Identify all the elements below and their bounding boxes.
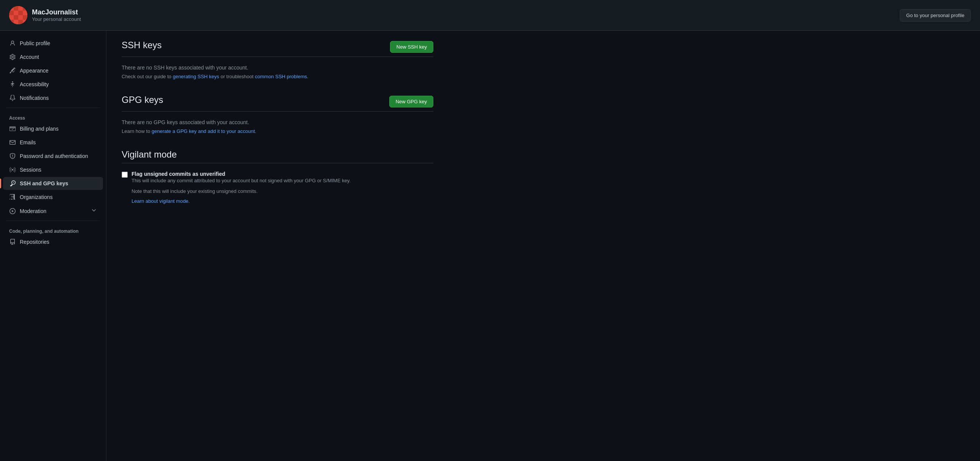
gpg-help-prefix: Learn how to <box>122 128 152 134</box>
vigilant-mode-label-content: Flag unsigned commits as unverified This… <box>132 171 350 204</box>
svg-rect-14 <box>14 20 18 24</box>
sidebar-divider-2 <box>6 221 100 221</box>
ssh-keys-title: SSH keys <box>122 40 162 51</box>
ssh-keys-help-text: Check out our guide to generating SSH ke… <box>122 74 433 79</box>
vigilant-mode-section: Vigilant mode Flag unsigned commits as u… <box>122 149 433 204</box>
broadcast-icon <box>9 166 16 173</box>
paintbrush-icon <box>9 67 16 74</box>
avatar-image <box>9 6 27 24</box>
key-icon <box>9 180 16 187</box>
vigilant-mode-checkbox[interactable] <box>122 172 128 178</box>
sidebar-item-organizations[interactable]: Organizations <box>3 191 103 204</box>
accessibility-icon <box>9 81 16 88</box>
ssh-help-prefix: Check out our guide to <box>122 74 173 79</box>
gear-icon <box>9 54 16 60</box>
sidebar-item-moderation[interactable]: Moderation <box>3 204 103 218</box>
svg-rect-6 <box>14 11 18 15</box>
sidebar-item-accessibility[interactable]: Accessibility <box>3 78 103 91</box>
svg-rect-8 <box>23 11 27 15</box>
gpg-keys-title: GPG keys <box>122 95 163 105</box>
generate-gpg-key-link[interactable]: generate a GPG key and add it to your ac… <box>152 128 255 134</box>
common-ssh-problems-link[interactable]: common SSH problems <box>255 74 307 79</box>
sidebar-item-emails[interactable]: Emails <box>3 136 103 149</box>
sidebar-item-label: Account <box>20 54 39 60</box>
svg-rect-4 <box>23 6 27 11</box>
svg-rect-13 <box>9 20 14 24</box>
ssh-keys-divider <box>122 57 433 57</box>
ssh-keys-empty-text: There are no SSH keys associated with yo… <box>122 65 433 71</box>
new-gpg-key-button[interactable]: New GPG key <box>389 96 433 108</box>
svg-rect-15 <box>18 20 23 24</box>
sidebar-item-notifications[interactable]: Notifications <box>3 92 103 105</box>
vigilant-mode-checkbox-row: Flag unsigned commits as unverified This… <box>122 171 433 204</box>
sidebar-item-sessions[interactable]: Sessions <box>3 163 103 176</box>
svg-rect-10 <box>14 15 18 20</box>
org-icon <box>9 194 16 201</box>
svg-rect-12 <box>23 15 27 20</box>
header: MacJournalist Your personal account Go t… <box>0 0 980 31</box>
sidebar-item-label: Notifications <box>20 95 49 101</box>
svg-rect-16 <box>23 20 27 24</box>
sidebar-item-label: Public profile <box>20 40 50 46</box>
gpg-help-suffix: . <box>255 128 256 134</box>
svg-rect-2 <box>14 6 18 11</box>
sidebar-item-label: Appearance <box>20 68 49 74</box>
vigilant-mode-desc-1: This will include any commit attributed … <box>132 177 350 185</box>
gpg-keys-empty-text: There are no GPG keys associated with yo… <box>122 119 433 125</box>
generating-ssh-keys-link[interactable]: generating SSH keys <box>173 74 219 79</box>
goto-profile-button[interactable]: Go to your personal profile <box>900 9 971 22</box>
svg-rect-9 <box>9 15 14 20</box>
creditcard-icon <box>9 125 16 132</box>
layout: Public profile Account Appearance Access… <box>0 31 980 461</box>
sidebar-item-appearance[interactable]: Appearance <box>3 64 103 77</box>
header-subtitle: Your personal account <box>32 16 81 22</box>
sidebar-item-public-profile[interactable]: Public profile <box>3 37 103 50</box>
vigilant-mode-divider <box>122 163 433 163</box>
svg-rect-5 <box>9 11 14 15</box>
ssh-help-middle: or troubleshoot <box>220 74 255 79</box>
sidebar-divider-1 <box>6 108 100 108</box>
vigilant-mode-checkbox-label[interactable]: Flag unsigned commits as unverified <box>132 171 226 177</box>
sidebar-item-account[interactable]: Account <box>3 51 103 63</box>
ssh-keys-header: SSH keys New SSH key <box>122 40 433 54</box>
vigilant-mode-desc-2: Note that this will include your existin… <box>132 188 350 195</box>
gpg-keys-help-text: Learn how to generate a GPG key and add … <box>122 128 433 134</box>
gpg-keys-section: GPG keys New GPG key There are no GPG ke… <box>122 95 433 134</box>
new-ssh-key-button[interactable]: New SSH key <box>390 41 433 53</box>
sidebar-item-label: Billing and plans <box>20 126 59 132</box>
sidebar-code-section-label: Code, planning, and automation <box>0 224 106 235</box>
moderation-icon <box>9 208 16 215</box>
shield-icon <box>9 153 16 160</box>
sidebar-item-label: Repositories <box>20 239 49 245</box>
sidebar-item-label: Accessibility <box>20 81 49 87</box>
vigilant-mode-learn-link[interactable]: Learn about vigilant mode. <box>132 198 190 204</box>
gpg-keys-header: GPG keys New GPG key <box>122 95 433 108</box>
sidebar-item-password[interactable]: Password and authentication <box>3 150 103 163</box>
svg-rect-11 <box>18 15 23 20</box>
bell-icon <box>9 95 16 101</box>
avatar <box>9 6 27 24</box>
svg-rect-3 <box>18 6 23 11</box>
header-username: MacJournalist <box>32 8 81 16</box>
vigilant-mode-title: Vigilant mode <box>122 149 433 160</box>
sidebar-item-label: Moderation <box>20 208 46 214</box>
main-content: SSH keys New SSH key There are no SSH ke… <box>107 31 449 461</box>
ssh-help-suffix: . <box>307 74 309 79</box>
sidebar-item-label: SSH and GPG keys <box>20 181 68 187</box>
sidebar-item-repositories[interactable]: Repositories <box>3 235 103 248</box>
repo-icon <box>9 238 16 245</box>
sidebar-item-billing[interactable]: Billing and plans <box>3 122 103 135</box>
email-icon <box>9 139 16 146</box>
ssh-keys-section: SSH keys New SSH key There are no SSH ke… <box>122 40 433 79</box>
header-left: MacJournalist Your personal account <box>9 6 81 24</box>
sidebar-access-section-label: Access <box>0 111 106 122</box>
person-icon <box>9 40 16 47</box>
sidebar: Public profile Account Appearance Access… <box>0 31 107 461</box>
chevron-down-icon <box>91 208 97 215</box>
header-user-info: MacJournalist Your personal account <box>32 8 81 22</box>
svg-rect-1 <box>9 6 14 11</box>
gpg-keys-divider <box>122 111 433 112</box>
svg-rect-7 <box>18 11 23 15</box>
sidebar-item-label: Organizations <box>20 194 52 200</box>
sidebar-item-ssh-gpg[interactable]: SSH and GPG keys <box>3 177 103 190</box>
